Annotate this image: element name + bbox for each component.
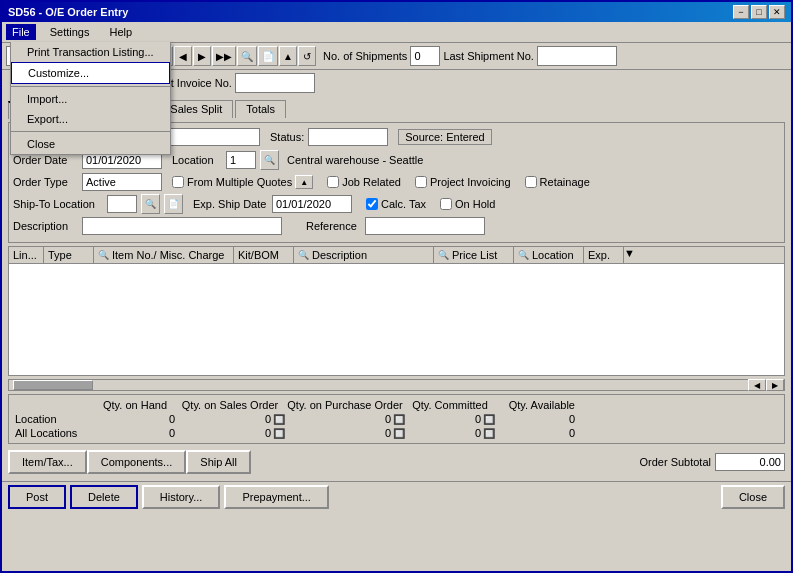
col-loc-search-icon[interactable]: 🔍: [518, 250, 529, 260]
job-related-checkbox[interactable]: [327, 176, 339, 188]
col-desc: 🔍 Description: [294, 247, 434, 263]
calc-tax-checkbox[interactable]: [366, 198, 378, 210]
ship-to-find-btn[interactable]: 🔍: [141, 194, 160, 214]
qty-all-available: 0: [495, 427, 575, 439]
qty-location-committed: 0 🔲: [405, 413, 495, 425]
on-hold-checkbox[interactable]: [440, 198, 452, 210]
close-button[interactable]: ✕: [769, 5, 785, 19]
menu-settings[interactable]: Settings: [44, 24, 96, 40]
col-lin-label: Lin...: [13, 249, 37, 261]
exp-ship-date-label: Exp. Ship Date: [193, 198, 268, 210]
col-type: Type: [44, 247, 94, 263]
nav-next[interactable]: ▶: [193, 46, 211, 66]
col-item: 🔍 Item No./ Misc. Charge: [94, 247, 234, 263]
exp-ship-date-input[interactable]: [272, 195, 352, 213]
ship-to-input[interactable]: [107, 195, 137, 213]
all-committed-arrow-icon: 🔲: [483, 428, 495, 439]
status-label: Status:: [270, 131, 304, 143]
dropdown-export[interactable]: Export...: [11, 109, 170, 129]
description-input[interactable]: [82, 217, 282, 235]
location-input[interactable]: [226, 151, 256, 169]
scroll-arrows: ◀ ▶: [748, 379, 784, 391]
from-multiple-quotes-checkbox[interactable]: [172, 176, 184, 188]
separator-2: [11, 131, 170, 132]
item-tax-button[interactable]: Item/Tax...: [8, 450, 87, 474]
on-hold-label: On Hold: [455, 198, 495, 210]
close-button-footer[interactable]: Close: [721, 485, 785, 509]
shipments-value[interactable]: [410, 46, 440, 66]
dropdown-print-transaction[interactable]: Print Transaction Listing...: [11, 42, 170, 62]
order-type-label: Order Type: [13, 176, 78, 188]
footer-left-buttons: Post Delete History... Prepayment...: [8, 485, 329, 509]
location-label: Location: [172, 154, 222, 166]
status-input[interactable]: [308, 128, 388, 146]
order-subtotal-label: Order Subtotal: [639, 456, 711, 468]
edit-up-button[interactable]: ▲: [279, 46, 297, 66]
retainage-label: Retainage: [540, 176, 590, 188]
col-lin: Lin...: [9, 247, 44, 263]
col-desc-search-icon[interactable]: 🔍: [298, 250, 309, 260]
project-invoicing-checkbox[interactable]: [415, 176, 427, 188]
post-button[interactable]: Post: [8, 485, 66, 509]
ship-to-btn2[interactable]: 📄: [164, 194, 183, 214]
col-price: 🔍 Price List: [434, 247, 514, 263]
last-shipment-label: Last Shipment No.: [443, 50, 534, 62]
reference-input[interactable]: [365, 217, 485, 235]
qty-all-sales: 0 🔲: [175, 427, 285, 439]
qty-all-hand: 0: [95, 427, 175, 439]
nav-controls: ◀◀ ◀ ▶ ▶▶ 🔍 📄 ▲ ↺: [149, 46, 316, 66]
ship-all-button[interactable]: Ship All: [186, 450, 251, 474]
menu-file[interactable]: File: [6, 24, 36, 40]
grid-container[interactable]: Lin... Type 🔍 Item No./ Misc. Charge Kit…: [8, 246, 785, 376]
dropdown-close[interactable]: Close: [11, 134, 170, 154]
col-price-search-icon[interactable]: 🔍: [438, 250, 449, 260]
order-type-input[interactable]: [82, 173, 162, 191]
col-scroll-indicator: ▼: [624, 247, 638, 263]
new-button[interactable]: 📄: [258, 46, 278, 66]
last-invoice-input[interactable]: [235, 73, 315, 93]
scroll-right-btn[interactable]: ▶: [766, 379, 784, 391]
form-row-ship-to: Ship-To Location 🔍 📄 Exp. Ship Date Calc…: [13, 194, 780, 214]
maximize-button[interactable]: □: [751, 5, 767, 19]
prepayment-button[interactable]: Prepayment...: [224, 485, 328, 509]
retainage-checkbox[interactable]: [525, 176, 537, 188]
qty-purchase-header: Qty. on Purchase Order: [285, 399, 405, 411]
committed-arrow-icon: 🔲: [483, 414, 495, 425]
title-bar: SD56 - O/E Order Entry − □ ✕: [2, 2, 791, 22]
qty-sales-header: Qty. on Sales Order: [175, 399, 285, 411]
minimize-button[interactable]: −: [733, 5, 749, 19]
nav-prev[interactable]: ◀: [174, 46, 192, 66]
multiple-quotes-up-btn[interactable]: ▲: [295, 175, 313, 189]
tab-totals[interactable]: Totals: [235, 100, 286, 118]
purchase-arrow-icon: 🔲: [393, 414, 405, 425]
qty-header-row: Qty. on Hand Qty. on Sales Order Qty. on…: [15, 399, 778, 411]
project-invoicing-label: Project Invoicing: [430, 176, 511, 188]
history-button[interactable]: History...: [142, 485, 221, 509]
location-find-btn[interactable]: 🔍: [260, 150, 279, 170]
window-title: SD56 - O/E Order Entry: [8, 6, 128, 18]
components-button[interactable]: Components...: [87, 450, 187, 474]
search-button[interactable]: 🔍: [237, 46, 257, 66]
col-desc-label: Description: [312, 249, 367, 261]
nav-last[interactable]: ▶▶: [212, 46, 236, 66]
qty-available-header: Qty. Available: [495, 399, 575, 411]
dropdown-import[interactable]: Import...: [11, 89, 170, 109]
calc-tax-label: Calc. Tax: [381, 198, 426, 210]
all-purchase-arrow-icon: 🔲: [393, 428, 405, 439]
last-shipment-input[interactable]: [537, 46, 617, 66]
description-label: Description: [13, 220, 78, 232]
menu-help[interactable]: Help: [103, 24, 138, 40]
order-subtotal-input[interactable]: [715, 453, 785, 471]
qty-committed-header: Qty. Committed: [405, 399, 495, 411]
edit-down-button[interactable]: ↺: [298, 46, 316, 66]
order-date-label: Order Date: [13, 154, 78, 166]
action-row: Item/Tax... Components... Ship All Order…: [8, 447, 785, 477]
dropdown-customize[interactable]: Customize...: [11, 62, 170, 84]
scrollbar-thumb[interactable]: [13, 380, 93, 390]
scroll-left-btn[interactable]: ◀: [748, 379, 766, 391]
horizontal-scrollbar[interactable]: ◀ ▶: [8, 379, 785, 391]
delete-button[interactable]: Delete: [70, 485, 138, 509]
col-item-search-icon[interactable]: 🔍: [98, 250, 109, 260]
qty-all-purchase: 0 🔲: [285, 427, 405, 439]
qty-location-available: 0: [495, 413, 575, 425]
